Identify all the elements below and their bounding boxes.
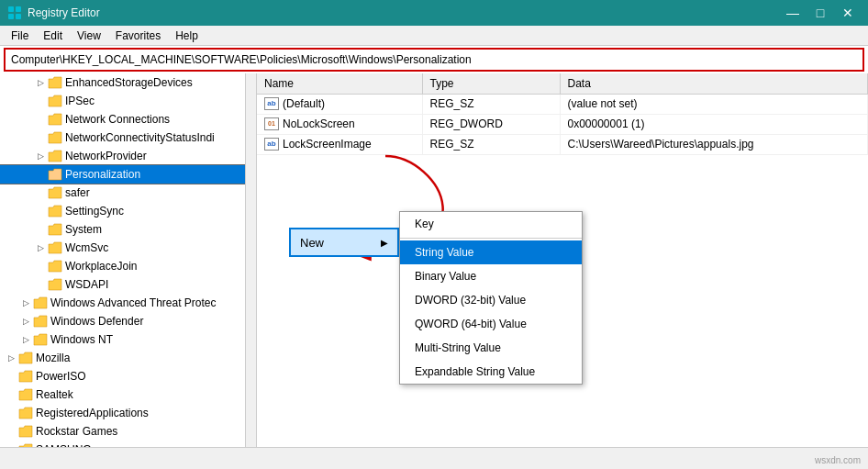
status-bar	[0, 447, 868, 469]
submenu-item-key[interactable]: Key	[400, 212, 582, 236]
expand-icon	[33, 130, 48, 145]
expand-icon: ▷	[4, 351, 18, 365]
reg-type: REG_DWORD	[422, 114, 560, 134]
expand-icon: ▷	[33, 149, 48, 163]
tree-item[interactable]: ▷ NetworkProvider	[0, 147, 256, 165]
table-row[interactable]: 01NoLockScreen REG_DWORD 0x00000001 (1)	[257, 114, 868, 134]
folder-icon	[18, 442, 33, 447]
submenu-item-string-value[interactable]: String Value	[400, 240, 582, 264]
menu-edit[interactable]: Edit	[36, 26, 70, 45]
reg-name: abLockScreenImage	[257, 134, 422, 154]
minimize-button[interactable]: —	[780, 4, 806, 22]
tree-label: NetworkConnectivityStatusIndi	[65, 131, 215, 144]
folder-icon	[48, 185, 62, 200]
tree-item[interactable]: safer	[0, 184, 256, 202]
submenu-item-binary-value[interactable]: Binary Value	[400, 264, 582, 288]
right-panel: Name Type Data ab(Default) REG_SZ (value…	[257, 73, 868, 447]
tree-item[interactable]: WSDAPI	[0, 275, 256, 294]
app-icon	[7, 6, 22, 20]
submenu-separator	[400, 238, 582, 239]
expand-icon	[4, 424, 18, 439]
expand-icon	[33, 277, 48, 292]
tree-item[interactable]: ▷ SAMSUNG	[0, 441, 256, 447]
tree-label: NetworkProvider	[65, 150, 147, 162]
tree-label: PowerISO	[36, 370, 86, 383]
tree-item[interactable]: ▷ WcmSvc	[0, 239, 256, 257]
tree-item[interactable]: ▷ Windows NT	[0, 330, 256, 349]
tree-item[interactable]: NetworkConnectivityStatusIndi	[0, 128, 256, 147]
new-button-arrow: ▶	[381, 238, 388, 248]
tree-label: WorkplaceJoin	[65, 260, 137, 273]
folder-icon	[18, 351, 33, 365]
tree-item[interactable]: Realtek	[0, 385, 256, 404]
tree-label: SAMSUNG	[36, 443, 92, 447]
tree-item[interactable]: PowerISO	[0, 367, 256, 385]
svg-rect-2	[8, 14, 14, 19]
tree-item[interactable]: ▷ EnhancedStorageDevices	[0, 73, 256, 92]
expand-icon	[33, 167, 48, 182]
maximize-button[interactable]: □	[807, 4, 833, 22]
close-button[interactable]: ✕	[835, 4, 861, 22]
tree-item[interactable]: Rockstar Games	[0, 422, 256, 441]
main-content: ▷ EnhancedStorageDevices IPSec Network C…	[0, 73, 868, 447]
tree-item[interactable]: WorkplaceJoin	[0, 257, 256, 275]
expand-icon: ▷	[18, 332, 33, 347]
expand-icon	[33, 112, 48, 127]
tree-label: Personalization	[65, 168, 140, 181]
col-header-type: Type	[422, 73, 560, 94]
reg-type: REG_SZ	[422, 134, 560, 154]
reg-type-icon: ab	[264, 138, 279, 151]
table-row[interactable]: abLockScreenImage REG_SZ C:\Users\Wareed…	[257, 134, 868, 154]
tree-label: Windows Defender	[50, 315, 143, 328]
reg-type-icon: 01	[264, 117, 279, 130]
folder-icon	[48, 204, 62, 218]
folder-icon	[18, 369, 33, 384]
reg-name: ab(Default)	[257, 94, 422, 114]
folder-icon	[48, 112, 62, 127]
expand-icon: ▷	[33, 75, 48, 90]
tree-label: WSDAPI	[65, 278, 108, 291]
reg-data: 0x00000001 (1)	[560, 114, 868, 134]
tree-item-personalization[interactable]: Personalization	[0, 165, 256, 184]
folder-icon	[33, 314, 48, 329]
tree-label: Windows NT	[50, 333, 113, 346]
submenu-item-qword-value[interactable]: QWORD (64-bit) Value	[400, 312, 582, 336]
reg-data: (value not set)	[560, 94, 868, 114]
menu-view[interactable]: View	[70, 26, 108, 45]
expand-icon	[33, 204, 48, 218]
col-header-data: Data	[560, 73, 868, 94]
table-row[interactable]: ab(Default) REG_SZ (value not set)	[257, 94, 868, 114]
expand-icon: ▷	[18, 296, 33, 310]
address-bar[interactable]: Computer\HKEY_LOCAL_MACHINE\SOFTWARE\Pol…	[4, 48, 864, 72]
folder-icon	[33, 332, 48, 347]
expand-icon: ▷	[18, 314, 33, 329]
tree-panel: ▷ EnhancedStorageDevices IPSec Network C…	[0, 73, 257, 447]
tree-item[interactable]: Network Connections	[0, 110, 256, 128]
submenu-item-expandable-string[interactable]: Expandable String Value	[400, 360, 582, 384]
tree-item[interactable]: RegisteredApplications	[0, 404, 256, 422]
tree-item[interactable]: ▷ Windows Advanced Threat Protec	[0, 294, 256, 312]
folder-icon	[48, 94, 62, 108]
folder-icon	[48, 167, 62, 182]
tree-label: System	[65, 223, 102, 236]
tree-label: safer	[65, 186, 90, 199]
tree-item[interactable]: ▷ Windows Defender	[0, 312, 256, 330]
folder-icon	[18, 424, 33, 439]
menu-help[interactable]: Help	[168, 26, 206, 45]
tree-item[interactable]: System	[0, 220, 256, 239]
new-context-button[interactable]: New ▶	[289, 228, 399, 257]
menu-file[interactable]: File	[4, 26, 36, 45]
reg-type: REG_SZ	[422, 94, 560, 114]
submenu-item-dword-value[interactable]: DWORD (32-bit) Value	[400, 288, 582, 312]
window-controls: — □ ✕	[780, 4, 861, 22]
reg-type-icon: ab	[264, 97, 279, 110]
submenu-item-multi-string[interactable]: Multi-String Value	[400, 336, 582, 360]
new-button-label: New	[300, 236, 324, 250]
tree-item[interactable]: ▷ Mozilla	[0, 349, 256, 367]
tree-item[interactable]: SettingSync	[0, 202, 256, 220]
menu-favorites[interactable]: Favorites	[108, 26, 168, 45]
tree-item[interactable]: IPSec	[0, 92, 256, 110]
expand-icon: ▷	[4, 442, 18, 447]
tree-label: Realtek	[36, 388, 73, 401]
expand-icon	[4, 387, 18, 402]
